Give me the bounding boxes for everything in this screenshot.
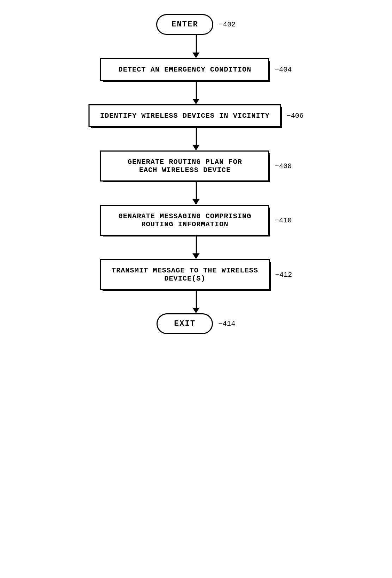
generate-messaging-node: GENARATE MESSAGING COMPRISING ROUTING IN… [100,205,269,236]
generate-routing-node-wrapper: GENERATE ROUTING PLAN FOR EACH WIRELESS … [100,150,292,182]
exit-ref: −414 [218,320,235,328]
arrow-line-1 [196,35,197,53]
enter-node-wrapper: ENTER −402 [156,14,235,35]
arrow-line-3 [196,127,197,145]
arrow-head-2 [192,99,200,104]
arrow-4 [192,182,200,205]
generate-messaging-node-wrapper: GENARATE MESSAGING COMPRISING ROUTING IN… [100,205,292,236]
flowchart: ENTER −402 DETECT AN EMERGENCY CONDITION… [73,14,319,334]
generate-routing-node: GENERATE ROUTING PLAN FOR EACH WIRELESS … [100,150,269,182]
identify-node: IDENTIFY WIRELESS DEVICES IN VICINITY [88,104,281,127]
enter-node: ENTER [156,14,213,35]
generate-messaging-ref: −410 [275,216,292,225]
enter-ref: −402 [219,20,235,29]
generate-routing-ref: −408 [275,162,292,170]
arrow-1 [192,35,200,58]
arrow-2 [192,81,200,104]
arrow-head-3 [192,145,200,150]
arrow-line-5 [196,236,197,253]
arrow-head-4 [192,199,200,205]
detect-node-wrapper: DETECT AN EMERGENCY CONDITION −404 [100,58,292,81]
transmit-ref: −412 [275,271,292,279]
arrow-3 [192,127,200,150]
identify-ref: −406 [287,112,304,120]
exit-node: EXIT [157,313,213,334]
arrow-line-6 [196,290,197,308]
arrow-head-5 [192,253,200,259]
arrow-head-1 [192,53,200,58]
detect-ref: −404 [275,66,292,74]
identify-node-wrapper: IDENTIFY WIRELESS DEVICES IN VICINITY −4… [88,104,304,127]
arrow-5 [192,236,200,259]
arrow-6 [192,290,200,313]
transmit-node-wrapper: TRANSMIT MESSAGE TO THE WIRELESS DEVICE(… [100,259,292,290]
exit-node-wrapper: EXIT −414 [157,313,235,334]
arrow-line-2 [196,81,197,99]
arrow-line-4 [196,182,197,199]
detect-node: DETECT AN EMERGENCY CONDITION [100,58,269,81]
transmit-node: TRANSMIT MESSAGE TO THE WIRELESS DEVICE(… [100,259,270,290]
arrow-head-6 [192,308,200,313]
